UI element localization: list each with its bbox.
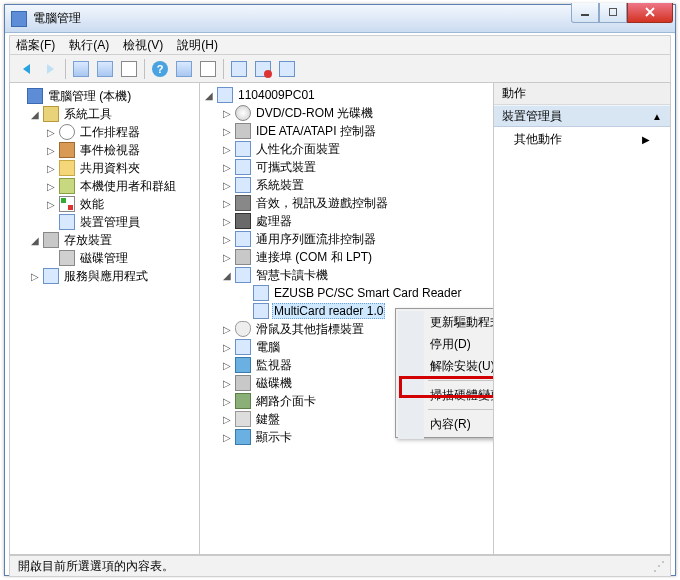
expand-icon[interactable]: ▷ (28, 271, 42, 282)
clock-icon (59, 124, 75, 140)
expand-icon[interactable]: ▷ (220, 414, 234, 425)
ctx-update-driver[interactable]: 更新驅動程式軟體(P)... (398, 311, 494, 333)
device-remove-icon (255, 61, 271, 77)
dev-dvd[interactable]: DVD/CD-ROM 光碟機 (254, 104, 375, 123)
tree-task-scheduler[interactable]: 工作排程器 (78, 123, 142, 142)
collapse-icon[interactable]: ◢ (202, 90, 216, 101)
expand-icon[interactable]: ▷ (44, 163, 58, 174)
card-reader-icon (253, 285, 269, 301)
menu-help[interactable]: 說明(H) (177, 37, 218, 54)
tb-btn-8[interactable] (252, 58, 274, 80)
expand-icon[interactable]: ▷ (220, 396, 234, 407)
dev-mouse[interactable]: 滑鼠及其他指標裝置 (254, 320, 366, 339)
dev-computer[interactable]: 電腦 (254, 338, 282, 357)
dev-sc2-selected[interactable]: MultiCard reader 1.0 (272, 303, 385, 319)
expand-icon[interactable]: ▷ (44, 181, 58, 192)
dev-usb[interactable]: 通用序列匯流排控制器 (254, 230, 378, 249)
ctx-properties[interactable]: 內容(R) (398, 413, 494, 435)
dev-system[interactable]: 系統裝置 (254, 176, 306, 195)
dev-cpu[interactable]: 處理器 (254, 212, 294, 231)
back-button[interactable] (15, 58, 37, 80)
dev-keyboard[interactable]: 鍵盤 (254, 410, 282, 429)
tree-shared-folders[interactable]: 共用資料夾 (78, 159, 142, 178)
forward-button[interactable] (39, 58, 61, 80)
tb-btn-1[interactable] (70, 58, 92, 80)
status-bar: 開啟目前所選選項的內容表。 ⋰ (9, 555, 671, 577)
portable-icon (235, 159, 251, 175)
card-reader-icon (253, 303, 269, 319)
tb-btn-2[interactable] (94, 58, 116, 80)
tb-btn-5[interactable] (173, 58, 195, 80)
menu-view[interactable]: 檢視(V) (123, 37, 163, 54)
menu-file[interactable]: 檔案(F) (16, 37, 55, 54)
dev-display[interactable]: 顯示卡 (254, 428, 294, 447)
minimize-button[interactable] (571, 3, 599, 23)
tree-event-viewer[interactable]: 事件檢視器 (78, 141, 142, 160)
expand-icon[interactable]: ▷ (220, 360, 234, 371)
scan-icon (279, 61, 295, 77)
dev-ports[interactable]: 連接埠 (COM 和 LPT) (254, 248, 374, 267)
tree-storage[interactable]: 存放裝置 (62, 231, 114, 250)
expand-icon[interactable]: ▷ (220, 432, 234, 443)
disk-icon (59, 250, 75, 266)
expand-icon[interactable]: ▷ (44, 145, 58, 156)
expand-icon[interactable]: ▷ (220, 198, 234, 209)
expand-icon[interactable]: ▷ (220, 378, 234, 389)
dev-root[interactable]: 1104009PC01 (236, 87, 317, 103)
expand-icon[interactable]: ▷ (220, 108, 234, 119)
expand-icon[interactable]: ▷ (220, 144, 234, 155)
device-tree[interactable]: ◢1104009PC01 ▷DVD/CD-ROM 光碟機 ▷IDE ATA/AT… (200, 83, 494, 554)
expand-icon[interactable]: ▷ (220, 342, 234, 353)
dev-ide[interactable]: IDE ATA/ATAPI 控制器 (254, 122, 378, 141)
tree-performance[interactable]: 效能 (78, 195, 106, 214)
dev-net[interactable]: 網路介面卡 (254, 392, 318, 411)
keyboard-icon (235, 411, 251, 427)
console-tree[interactable]: 電腦管理 (本機) ◢系統工具 ▷工作排程器 ▷事件檢視器 ▷共用資料夾 ▷本機… (10, 83, 200, 554)
tools-icon (43, 106, 59, 122)
dev-smartcard[interactable]: 智慧卡讀卡機 (254, 266, 330, 285)
expand-icon[interactable]: ▷ (220, 126, 234, 137)
menu-action[interactable]: 執行(A) (69, 37, 109, 54)
dev-sound[interactable]: 音效，視訊及遊戲控制器 (254, 194, 390, 213)
tree-root[interactable]: 電腦管理 (本機) (46, 87, 133, 106)
dev-disk[interactable]: 磁碟機 (254, 374, 294, 393)
dev-sc1[interactable]: EZUSB PC/SC Smart Card Reader (272, 285, 463, 301)
tree-local-users[interactable]: 本機使用者和群組 (78, 177, 178, 196)
expand-icon[interactable]: ▷ (220, 252, 234, 263)
actions-pane: 動作 裝置管理員 ▲ 其他動作 ▶ (494, 83, 670, 554)
ctx-separator (428, 409, 494, 410)
toolbar-sep (65, 59, 66, 79)
ctx-disable[interactable]: 停用(D) (398, 333, 494, 355)
dev-hid[interactable]: 人性化介面裝置 (254, 140, 342, 159)
dev-portable[interactable]: 可攜式裝置 (254, 158, 318, 177)
tb-btn-7[interactable] (228, 58, 250, 80)
resize-grip[interactable]: ⋰ (653, 559, 662, 573)
expand-icon[interactable]: ▷ (44, 127, 58, 138)
close-button[interactable] (627, 3, 673, 23)
expand-icon[interactable]: ▷ (220, 234, 234, 245)
tree-device-manager[interactable]: 裝置管理員 (78, 213, 142, 232)
status-text: 開啟目前所選選項的內容表。 (18, 558, 174, 575)
collapse-icon[interactable]: ◢ (28, 109, 42, 120)
expand-icon[interactable]: ▷ (220, 180, 234, 191)
actions-section[interactable]: 裝置管理員 ▲ (494, 105, 670, 127)
tb-btn-6[interactable] (197, 58, 219, 80)
expand-icon[interactable]: ▷ (220, 162, 234, 173)
expand-icon[interactable]: ▷ (44, 199, 58, 210)
expand-icon[interactable]: ▷ (220, 216, 234, 227)
tree-disk-mgmt[interactable]: 磁碟管理 (78, 249, 130, 268)
dev-monitor[interactable]: 監視器 (254, 356, 294, 375)
ctx-uninstall[interactable]: 解除安裝(U) (398, 355, 494, 377)
collapse-icon[interactable]: ◢ (28, 235, 42, 246)
tree-services-apps[interactable]: 服務與應用程式 (62, 267, 150, 286)
help-button[interactable]: ? (149, 58, 171, 80)
expand-icon[interactable]: ▷ (220, 324, 234, 335)
maximize-button[interactable] (599, 3, 627, 23)
tb-btn-9[interactable] (276, 58, 298, 80)
collapse-icon[interactable]: ◢ (220, 270, 234, 281)
actions-more[interactable]: 其他動作 ▶ (494, 127, 670, 151)
tb-btn-3[interactable] (118, 58, 140, 80)
usb-icon (235, 231, 251, 247)
ctx-scan-hardware[interactable]: 掃描硬體變更(A) (398, 384, 494, 406)
tree-system-tools[interactable]: 系統工具 (62, 105, 114, 124)
